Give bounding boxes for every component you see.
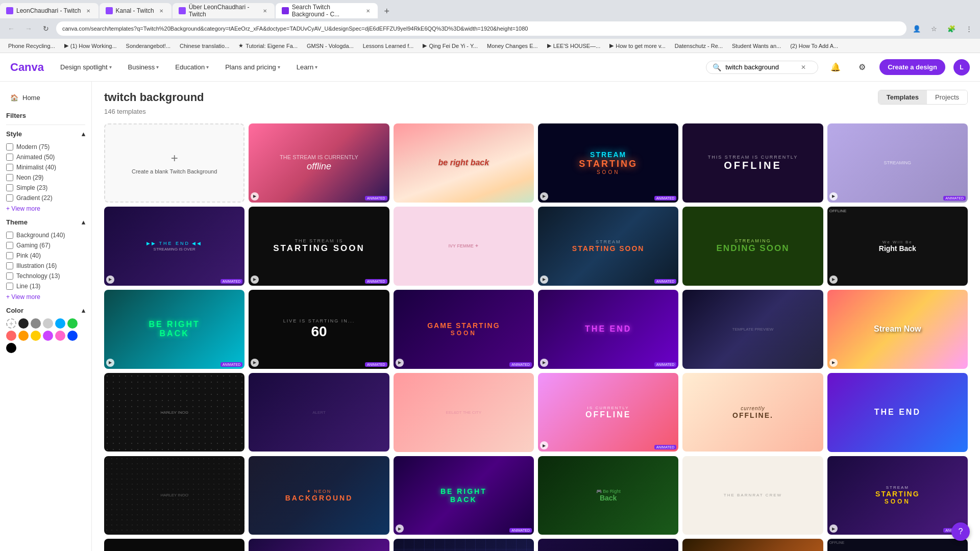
color-swatch-dark-blue[interactable] — [67, 331, 78, 341]
filter-theme-pink[interactable]: Pink (40) — [6, 251, 85, 261]
bookmark-6[interactable]: Lessons Learned f... — [359, 42, 418, 50]
card-9-play-button[interactable]: ▶ — [540, 276, 548, 284]
filter-style-neon-checkbox[interactable] — [6, 174, 13, 181]
template-card-12[interactable]: BE RIGHT BACK ANIMATED ▶ — [104, 290, 244, 369]
card-3-play-button[interactable]: ▶ — [540, 192, 548, 201]
card-12-play-button[interactable]: ▶ — [106, 359, 114, 367]
template-card-16[interactable]: TEMPLATE PREVIEW — [682, 290, 823, 369]
help-button[interactable]: ? — [951, 522, 970, 541]
template-card-32[interactable] — [394, 539, 534, 551]
filter-style-modern[interactable]: Modern (75) — [6, 142, 85, 152]
template-card-11[interactable]: We Will Be Right Back OFFLINE ▶ — [827, 207, 968, 286]
card-13-play-button[interactable]: ▶ — [251, 359, 259, 367]
template-card-25[interactable]: ✦ NEON BACKGROUND — [249, 456, 389, 535]
filter-theme-line-checkbox[interactable] — [6, 283, 13, 290]
template-card-3[interactable]: STREAM STARTING SOON ANIMATED ▶ — [538, 123, 678, 203]
filter-style-gradient[interactable]: Gradient (22) — [6, 193, 85, 203]
filter-style-animated[interactable]: Animated (50) — [6, 152, 85, 162]
template-card-33[interactable]: ✦ ✦ · THE END · ANIMATED ▶ — [538, 539, 678, 551]
notifications-button[interactable]: 🔔 — [826, 58, 845, 77]
bookmark-1[interactable]: ▶ (1) How Working... — [60, 41, 121, 50]
bookmark-12[interactable]: Student Wants an... — [728, 42, 785, 50]
settings-button[interactable]: ⚙ — [853, 58, 871, 77]
template-card-20[interactable]: EEL&DT THE CITY — [394, 373, 534, 452]
nav-learn[interactable]: Learn ▾ — [292, 61, 322, 73]
filter-color-header[interactable]: Color ▴ — [6, 307, 85, 314]
bookmark-4[interactable]: ★ Tutorial: Eigene Fa... — [234, 41, 302, 50]
create-blank-card[interactable]: + Create a blank Twitch Background — [104, 123, 244, 203]
filter-theme-header[interactable]: Theme ▴ — [6, 218, 85, 226]
color-swatch-black[interactable] — [18, 318, 29, 329]
template-card-24[interactable]: HARLEY INOO — [104, 456, 244, 535]
refresh-button[interactable]: ↻ — [39, 21, 53, 36]
color-swatch-pure-black[interactable] — [6, 343, 16, 353]
filter-theme-line[interactable]: Line (13) — [6, 281, 85, 291]
template-card-10[interactable]: STREAMING ENDING SOON — [682, 207, 823, 286]
nav-design-spotlight[interactable]: Design spotlight ▾ — [56, 61, 116, 73]
address-input[interactable] — [56, 21, 906, 36]
bookmark-7[interactable]: ▶ Qing Fei De Yi - Y... — [419, 41, 482, 50]
canva-logo[interactable]: Canva — [10, 61, 44, 74]
filter-theme-gaming[interactable]: Gaming (67) — [6, 240, 85, 251]
card-11-play-button[interactable]: ▶ — [829, 276, 838, 284]
template-card-29[interactable]: STREAM STARTING SOON ANIMATED ▶ — [827, 456, 968, 535]
filter-style-view-more[interactable]: + View more — [6, 205, 85, 212]
card-14-play-button[interactable]: ▶ — [396, 359, 404, 367]
tab-4-close[interactable]: ✕ — [365, 7, 372, 15]
bookmark-0[interactable]: Phone Recycling... — [4, 42, 59, 50]
star-icon[interactable]: ☆ — [927, 21, 941, 36]
card-26-play-button[interactable]: ▶ — [396, 524, 404, 533]
color-swatch-purple[interactable] — [43, 331, 53, 341]
color-swatch-yellow[interactable] — [31, 331, 41, 341]
filter-theme-background[interactable]: Background (140) — [6, 230, 85, 240]
card-29-play-button[interactable]: ▶ — [829, 524, 838, 533]
card-17-play-button[interactable]: ▶ — [829, 359, 838, 367]
template-card-17[interactable]: Stream Now ▶ — [827, 290, 968, 369]
template-card-18[interactable]: HARLEY INOO — [104, 373, 244, 452]
bookmark-11[interactable]: Datenschutz - Re... — [671, 42, 727, 50]
tab-templates[interactable]: Templates — [878, 90, 927, 104]
tab-projects[interactable]: Projects — [927, 90, 967, 104]
template-card-7[interactable]: THE STREAM IS STARTING SOON ANIMATED ▶ — [249, 207, 389, 286]
filter-style-modern-checkbox[interactable] — [6, 143, 13, 151]
template-card-19[interactable]: ALERT — [249, 373, 389, 452]
filter-theme-pink-checkbox[interactable] — [6, 252, 13, 259]
nav-education[interactable]: Education ▾ — [171, 61, 213, 73]
card-15-play-button[interactable]: ▶ — [540, 359, 548, 367]
tab-3-close[interactable]: ✕ — [261, 7, 268, 15]
bookmark-13[interactable]: (2) How To Add A... — [786, 42, 842, 50]
bookmark-9[interactable]: ▶ LEE'S HOUSE—... — [543, 41, 605, 50]
nav-plans[interactable]: Plans and pricing ▾ — [221, 61, 284, 73]
tab-3[interactable]: Über LeonChaudhari - Twitch ✕ — [173, 3, 275, 18]
template-card-22[interactable]: currently OFFLINE. — [682, 373, 823, 452]
filter-style-minimalist[interactable]: Minimalist (40) — [6, 162, 85, 172]
filter-style-animated-checkbox[interactable] — [6, 154, 13, 161]
template-card-13[interactable]: LIVE IS STARTING IN... 60 ANIMATED ▶ — [249, 290, 389, 369]
create-design-button[interactable]: Create a design — [879, 59, 945, 75]
filter-style-simple[interactable]: Simple (23) — [6, 183, 85, 193]
tab-4[interactable]: Search Twitch Background - C... ✕ — [276, 3, 378, 18]
template-card-8[interactable]: IVY FEMME ✦ — [394, 207, 534, 286]
template-card-6[interactable]: ▶▶ THE END ◀◀ STREAMING IS OVER ANIMATED… — [104, 207, 244, 286]
search-clear-button[interactable]: ✕ — [801, 64, 806, 71]
color-swatch-gray[interactable] — [31, 318, 41, 329]
template-card-23[interactable]: THE END — [827, 373, 968, 452]
filter-theme-illustration[interactable]: Illustration (16) — [6, 261, 85, 271]
tab-1[interactable]: LeonChaudhari - Twitch ✕ — [0, 3, 99, 18]
template-card-5[interactable]: STREAMING ANIMATED ▶ — [827, 123, 968, 203]
sidebar-home[interactable]: 🏠 Home — [6, 90, 85, 106]
template-card-31[interactable]: streaming — [249, 539, 389, 551]
template-card-15[interactable]: THE END ANIMATED ▶ — [538, 290, 678, 369]
color-swatch-light-gray[interactable] — [43, 318, 53, 329]
template-card-27[interactable]: 🎮 Be Right Back — [538, 456, 678, 535]
avatar[interactable]: L — [953, 59, 970, 76]
card-6-play-button[interactable]: ▶ — [106, 276, 114, 284]
template-card-2[interactable]: be right back — [394, 123, 534, 203]
color-swatch-add[interactable]: + — [6, 318, 16, 329]
filter-theme-background-checkbox[interactable] — [6, 232, 13, 239]
bookmark-3[interactable]: Chinese translatio... — [176, 42, 233, 50]
template-card-26[interactable]: BE RIGHT BACK ANIMATED ▶ — [394, 456, 534, 535]
forward-button[interactable]: → — [21, 21, 36, 36]
tab-1-close[interactable]: ✕ — [84, 7, 92, 15]
filter-style-simple-checkbox[interactable] — [6, 184, 13, 191]
